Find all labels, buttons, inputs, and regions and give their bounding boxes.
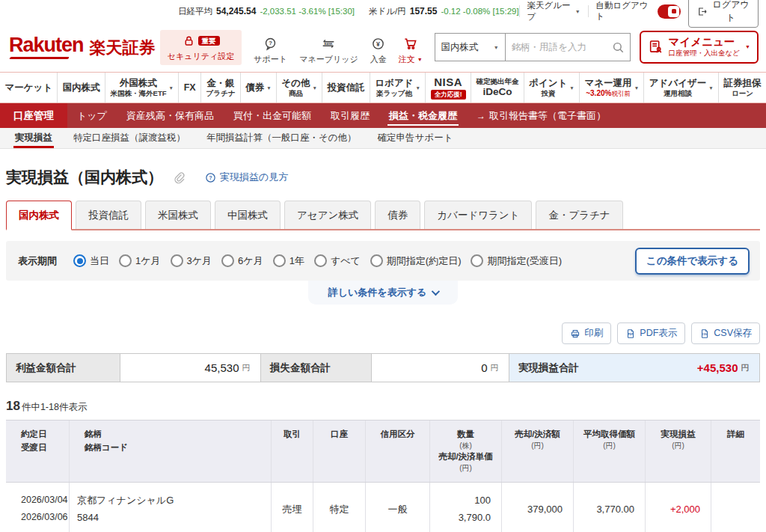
period-radio-1[interactable]: 1ケ月 — [119, 254, 161, 268]
column-header-line: 実現損益 — [661, 428, 696, 441]
my-menu-button[interactable]: マイメニュー 口座管理・入出金など ▼ — [640, 31, 759, 64]
column-header-line: (円) — [459, 464, 472, 473]
security-settings-link[interactable]: 重要 セキュリティ設定 — [160, 30, 242, 65]
yen-coin-icon: ¥ — [371, 37, 385, 52]
global-nav-item-4[interactable]: 金・銀プラチナ — [201, 73, 241, 103]
period-radio-label: 期間指定(受渡日) — [487, 254, 562, 268]
global-nav-item-8[interactable]: ロボアド楽ラップ他▼ — [370, 73, 426, 103]
csv-save-button[interactable]: CSVCSV保存 — [691, 322, 760, 344]
loss-total-label: 損失金額合計 — [261, 354, 372, 382]
cell-amount: 379,000 — [502, 483, 574, 532]
rakuten-group-link[interactable]: 楽天グループ ▼ — [527, 0, 580, 22]
tab-1[interactable]: 投資信託 — [76, 201, 141, 229]
account-nav-item-5[interactable]: →取引報告書等（電子書面） — [467, 103, 616, 128]
global-nav-item-1[interactable]: 国内株式 — [58, 73, 105, 103]
account-management-home[interactable]: 口座管理 — [0, 103, 67, 128]
header-quick-links: 重要 セキュリティ設定 ? サポート BANK マネーブリッジ ¥ 入金 — [160, 30, 423, 65]
period-radio-6[interactable]: 期間指定(約定日) — [370, 254, 462, 268]
column-header-8: 実現損益(円) — [646, 421, 711, 482]
auto-logout-toggle[interactable] — [658, 4, 681, 19]
money-bridge-link[interactable]: BANK マネーブリッジ — [299, 37, 358, 65]
global-nav-item-10[interactable]: 確定拠出年金iDeCo — [471, 73, 524, 103]
global-nav-item-11[interactable]: ポイント投資▼ — [524, 73, 580, 103]
tab-2[interactable]: 米国株式 — [145, 201, 211, 229]
pl-help-label: 実現損益の見方 — [220, 171, 288, 184]
cell-amount-text: 379,000 — [527, 501, 563, 518]
global-nav-item-6[interactable]: その他商品▼ — [277, 73, 322, 103]
export-actions: 印刷PDFPDF表示CSVCSV保存 — [6, 322, 760, 344]
global-nav-item-2[interactable]: 外国株式米国株・海外ETF▼ — [105, 73, 179, 103]
print-button[interactable]: 印刷 — [562, 322, 611, 344]
account-nav-item-0[interactable]: トップ — [67, 103, 117, 128]
tab-3[interactable]: 中国株式 — [215, 201, 281, 229]
paperclip-icon[interactable] — [172, 171, 186, 184]
global-nav-item-0[interactable]: マーケット — [0, 73, 58, 103]
global-nav-item-13[interactable]: アドバイザー運用相談▼ — [644, 73, 719, 103]
chevron-down-icon: ▼ — [416, 85, 420, 91]
nav-item-sublabel: 投資 — [541, 89, 555, 97]
account-nav-item-label: 取引報告書等（電子書面） — [489, 109, 606, 123]
cell-realized-pl: +2,000 — [646, 483, 711, 532]
search-input[interactable] — [506, 42, 607, 52]
period-radio-5[interactable]: すべて — [314, 254, 361, 268]
period-radio-0[interactable]: 当日 — [73, 254, 109, 268]
period-filter-panel: 表示期間 当日1ケ月3ケ月6ケ月1年すべて期間指定(約定日)期間指定(受渡日) … — [6, 241, 760, 281]
pl-help-link[interactable]: ? 実現損益の見方 — [205, 171, 288, 184]
period-radio-3[interactable]: 6ケ月 — [221, 254, 263, 268]
pdf-view-button[interactable]: PDFPDF表示 — [617, 322, 685, 344]
column-header-2: 取引 — [272, 421, 313, 482]
sub-nav-item-1[interactable]: 特定口座損益（譲渡益税） — [63, 128, 196, 148]
rakuten-securities-logo[interactable]: Rakuten 楽天証券 — [9, 35, 156, 59]
account-nav-item-3[interactable]: 取引履歴 — [321, 103, 379, 128]
support-link[interactable]: ? サポート — [254, 37, 287, 65]
logout-button[interactable]: ログアウト — [688, 0, 759, 28]
cell-credit-type-text: 一般 — [388, 501, 408, 518]
page-title: 実現損益（国内株式） — [6, 167, 163, 188]
column-header-line: (円) — [672, 441, 684, 450]
detail-conditions-toggle[interactable]: 詳しい条件を表示する — [308, 281, 458, 305]
column-header-line: 売却/決済単価 — [438, 450, 492, 464]
top-utility-bar: 日経平均 54,245.54 -2,033.51 -3.61% [15:30] … — [0, 0, 766, 22]
account-nav-item-4[interactable]: 損益・税金履歴 — [379, 103, 467, 128]
column-header-line: 約定日 — [21, 428, 47, 441]
tab-7[interactable]: 金・プラチナ — [536, 201, 622, 229]
tab-5[interactable]: 債券 — [375, 201, 420, 229]
arrow-right-icon: → — [477, 111, 485, 121]
column-header-line: (円) — [531, 441, 544, 450]
global-nav-item-9[interactable]: NISA全力応援! — [426, 73, 471, 103]
nav-item-label: 確定拠出年金 — [476, 77, 518, 85]
sub-nav-item-2[interactable]: 年間損益計算（一般口座・その他） — [196, 128, 367, 148]
account-nav-item-2[interactable]: 買付・出金可能額 — [224, 103, 321, 128]
tab-0[interactable]: 国内株式 — [6, 201, 72, 230]
deposit-link[interactable]: ¥ 入金 — [370, 37, 387, 65]
column-header-6: 売却/決済額(円) — [502, 421, 574, 482]
support-label: サポート — [254, 54, 287, 65]
global-nav-item-12[interactable]: マネー運用~3.20%税引前▼ — [580, 73, 644, 103]
nav-item-label: 債券 — [245, 82, 264, 94]
cell-trade-type: 売埋 — [272, 483, 313, 532]
column-header-line: (円) — [603, 441, 616, 450]
global-nav-item-7[interactable]: 投資信託 — [322, 73, 370, 103]
logout-icon — [696, 6, 708, 17]
money-bridge-label: マネーブリッジ — [299, 54, 358, 65]
tab-6[interactable]: カバードワラント — [424, 201, 532, 229]
chevron-down-icon: ▼ — [169, 85, 174, 91]
search-button[interactable] — [607, 34, 630, 61]
period-radio-2[interactable]: 3ケ月 — [171, 254, 212, 268]
sub-nav-item-3[interactable]: 確定申告サポート — [367, 128, 464, 148]
sub-nav-item-0[interactable]: 実現損益 — [4, 128, 63, 148]
period-radio-7[interactable]: 期間指定(受渡日) — [471, 254, 562, 268]
period-radio-label: 1年 — [289, 254, 304, 268]
order-link[interactable]: 注文▼ — [399, 37, 423, 65]
nav-item-label: マネー運用 — [585, 78, 632, 89]
column-header-4: 信用区分 — [366, 421, 430, 482]
global-nav-item-14[interactable]: 証券担保ローン — [719, 73, 766, 103]
global-nav-item-3[interactable]: FX — [179, 73, 201, 103]
global-nav-item-5[interactable]: 債券▼ — [241, 73, 277, 103]
search-category-select[interactable]: 国内株式 ▼ — [435, 34, 506, 61]
apply-filter-button[interactable]: この条件で表示する — [635, 248, 750, 275]
period-radio-4[interactable]: 1年 — [273, 254, 304, 268]
market-ticker: 日経平均 54,245.54 -2,033.51 -3.61% [15:30] … — [178, 6, 519, 17]
account-nav-item-1[interactable]: 資産残高・保有商品 — [117, 103, 224, 128]
tab-4[interactable]: アセアン株式 — [284, 201, 371, 229]
